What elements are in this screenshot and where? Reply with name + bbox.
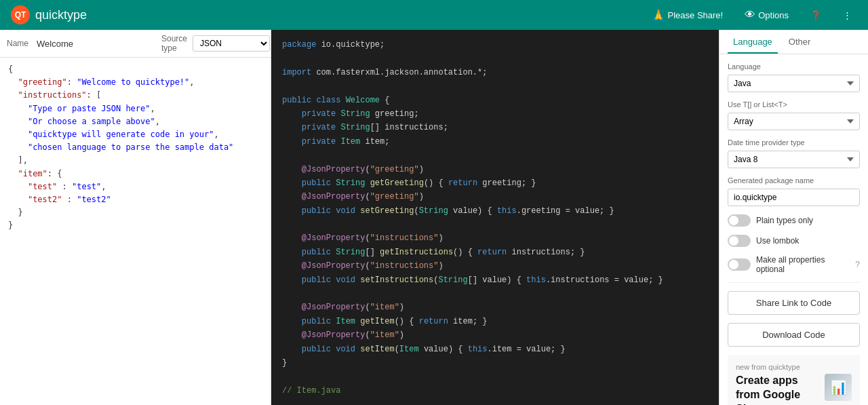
array-option-group: Use T[] or List<T> Array List <box>728 100 860 130</box>
source-type-select[interactable]: JSON JSON Schema TypeScript <box>193 35 270 52</box>
use-lombok-label: Use lombok <box>756 236 799 246</box>
left-toolbar: Name Source type JSON JSON Schema TypeSc… <box>0 30 271 58</box>
language-option-group: Language Java TypeScript Python C# Swift… <box>728 62 860 92</box>
name-label: Name <box>7 39 31 48</box>
plain-types-label: Plain types only <box>756 216 813 225</box>
logo-abbr: QT <box>15 10 26 20</box>
logo-icon: QT <box>11 5 30 24</box>
tab-other[interactable]: Other <box>783 30 816 54</box>
menu-button[interactable]: ⋮ <box>837 7 857 23</box>
make-optional-label: Make all properties optional <box>756 255 850 274</box>
language-select[interactable]: Java TypeScript Python C# Swift Kotlin G… <box>728 75 860 92</box>
eye-icon: 👁 <box>745 9 755 21</box>
left-panel: Name Source type JSON JSON Schema TypeSc… <box>0 30 271 405</box>
plain-types-toggle[interactable] <box>728 214 751 227</box>
use-lombok-toggle-row: Use lombok <box>728 235 860 247</box>
language-option-label: Language <box>728 62 860 71</box>
name-input[interactable] <box>37 39 151 49</box>
download-code-button[interactable]: Download Code <box>728 323 860 347</box>
json-editor[interactable]: { "greeting": "Welcome to quicktype!", "… <box>0 58 271 405</box>
array-select[interactable]: Array List <box>728 113 860 130</box>
datetime-option-label: Date time provider type <box>728 138 860 147</box>
datetime-option-group: Date time provider type Java 8 Java 7 Jo… <box>728 138 860 168</box>
please-share-label: Please Share! <box>668 10 724 20</box>
datetime-select[interactable]: Java 8 Java 7 Joda <box>728 151 860 168</box>
use-lombok-toggle[interactable] <box>728 235 751 247</box>
package-input[interactable] <box>728 189 860 206</box>
logo: QT quicktype <box>11 5 87 24</box>
make-optional-toggle[interactable] <box>728 258 751 271</box>
source-type-label: Source type <box>161 34 187 53</box>
main-layout: Name Source type JSON JSON Schema TypeSc… <box>0 30 868 405</box>
right-panel: Language Other Language Java TypeScript … <box>719 30 868 405</box>
question-icon: ❓ <box>810 10 821 20</box>
plain-types-toggle-row: Plain types only <box>728 214 860 227</box>
make-optional-toggle-row: Make all properties optional ? <box>728 255 860 274</box>
right-tabs: Language Other <box>719 30 868 54</box>
share-icon: 🙏 <box>652 9 665 22</box>
right-content: Language Java TypeScript Python C# Swift… <box>719 54 868 405</box>
array-option-label: Use T[] or List<T> <box>728 100 860 109</box>
divider-1 <box>728 282 860 283</box>
make-optional-help-icon[interactable]: ? <box>855 260 860 269</box>
package-option-group: Generated package name <box>728 176 860 206</box>
package-option-label: Generated package name <box>728 176 860 185</box>
promo-title: Create apps from Google Sheets <box>736 374 814 405</box>
app-header: QT quicktype 🙏 Please Share! 👁 Options ❓… <box>0 0 868 30</box>
options-button[interactable]: 👁 Options <box>739 6 794 24</box>
share-link-button[interactable]: Share Link to Code <box>728 291 860 315</box>
options-label: Options <box>758 10 789 20</box>
please-share-button[interactable]: 🙏 Please Share! <box>646 6 729 24</box>
logo-text: quicktype <box>35 8 87 22</box>
promo-from-label: new from quicktype <box>736 363 852 371</box>
help-button[interactable]: ❓ <box>805 7 827 23</box>
promo-image: 📊 <box>825 374 852 401</box>
tab-language[interactable]: Language <box>728 30 778 54</box>
code-block: package io.quicktype; import com.fasterx… <box>282 38 708 405</box>
code-output-panel: package io.quicktype; import com.fasterx… <box>271 30 719 405</box>
promo-box: new from quicktype Create apps from Goog… <box>728 355 860 405</box>
header-actions: 🙏 Please Share! 👁 Options ❓ ⋮ <box>646 6 857 24</box>
dots-icon: ⋮ <box>843 10 852 20</box>
